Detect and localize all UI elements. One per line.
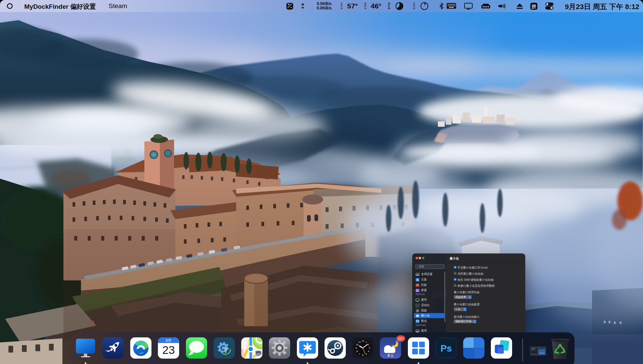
svg-text:23: 23 [162,344,175,356]
svg-text:11: 11 [358,340,361,343]
svg-text:20°: 20° [398,336,404,341]
svg-text:9: 9 [356,346,357,350]
svg-text:10: 10 [356,343,359,346]
svg-text:12: 12 [361,339,364,342]
svg-text:Ps: Ps [441,343,452,354]
svg-text:5: 5 [365,353,367,356]
svg-text:9月: 9月 [166,338,171,342]
svg-text:2: 2 [368,343,369,346]
svg-text:拼: 拼 [531,4,536,9]
svg-text:4: 4 [368,350,369,353]
svg-text:1: 1 [365,340,367,343]
svg-text:6: 6 [362,354,363,357]
svg-text:280: 280 [256,353,260,356]
svg-text:3: 3 [369,346,370,350]
svg-text:8: 8 [357,350,358,353]
svg-text:7: 7 [359,353,360,356]
svg-text:多云: 多云 [387,354,394,357]
